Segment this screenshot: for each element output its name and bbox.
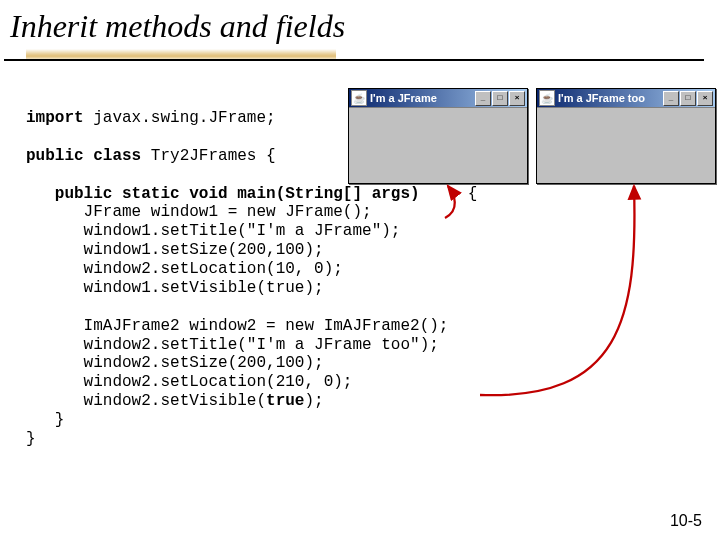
title-underline xyxy=(0,49,720,61)
code-text: window2.setTitle("I'm a JFrame too"); xyxy=(26,336,439,354)
code-text: } xyxy=(26,430,36,448)
code-text: javax.swing.JFrame; xyxy=(84,109,276,127)
underline-bar xyxy=(4,59,704,61)
window-buttons: _ □ × xyxy=(475,91,525,106)
code-text: window1.setVisible(true); xyxy=(26,279,324,297)
jframe-window-2-body xyxy=(537,107,715,180)
maximize-icon: □ xyxy=(680,91,696,106)
slide-title: Inherit methods and fields xyxy=(0,0,720,49)
maximize-icon: □ xyxy=(492,91,508,106)
jframe-window-1-title: I'm a JFrame xyxy=(370,92,475,104)
code-text: window2.setVisible( xyxy=(26,392,266,410)
window-buttons: _ □ × xyxy=(663,91,713,106)
jframe-window-2-titlebar: ☕ I'm a JFrame too _ □ × xyxy=(537,89,715,107)
jframe-window-2-title: I'm a JFrame too xyxy=(558,92,663,104)
minimize-icon: _ xyxy=(663,91,679,106)
code-kw: public class xyxy=(26,147,141,165)
code-text: window2.setSize(200,100); xyxy=(26,354,324,372)
jframe-window-1-body xyxy=(349,107,527,180)
code-text: Try2JFrames { xyxy=(141,147,275,165)
jframe-window-1-titlebar: ☕ I'm a JFrame _ □ × xyxy=(349,89,527,107)
code-text: window2.setLocation(210, 0); xyxy=(26,373,352,391)
code-text: window1.setTitle("I'm a JFrame"); xyxy=(26,222,400,240)
code-text: window2.setLocation(10, 0); xyxy=(26,260,343,278)
code-text: } xyxy=(26,411,64,429)
code-text: JFrame window1 = new JFrame(); xyxy=(26,203,372,221)
code-kw: true xyxy=(266,392,304,410)
code-text: { xyxy=(420,185,478,203)
code-text: ); xyxy=(304,392,323,410)
code-text: public static void main(String[] args) xyxy=(26,185,420,203)
java-icon: ☕ xyxy=(539,90,555,106)
code-text: ImAJFrame2 window2 = new ImAJFrame2(); xyxy=(26,317,448,335)
java-icon: ☕ xyxy=(351,90,367,106)
code-text: window1.setSize(200,100); xyxy=(26,241,324,259)
jframe-window-2: ☕ I'm a JFrame too _ □ × xyxy=(536,88,716,184)
close-icon: × xyxy=(697,91,713,106)
code-kw: import xyxy=(26,109,84,127)
page-number: 10-5 xyxy=(670,512,702,530)
minimize-icon: _ xyxy=(475,91,491,106)
jframe-window-1: ☕ I'm a JFrame _ □ × xyxy=(348,88,528,184)
close-icon: × xyxy=(509,91,525,106)
